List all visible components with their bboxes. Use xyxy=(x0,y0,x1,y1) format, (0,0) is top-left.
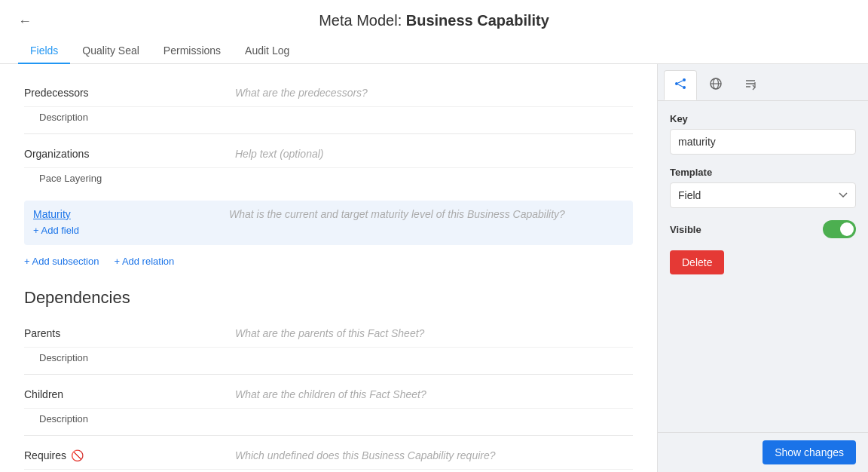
organizations-label: Organizations xyxy=(24,148,235,160)
organizations-section: Organizations Help text (optional) Pace … xyxy=(24,140,633,188)
svg-point-1 xyxy=(683,78,686,81)
delete-button[interactable]: Delete xyxy=(670,250,724,274)
tab-quality-seal[interactable]: Quality Seal xyxy=(70,38,151,64)
svg-point-2 xyxy=(683,86,686,89)
main-tabs: Fields Quality Seal Permissions Audit Lo… xyxy=(18,38,850,63)
template-label: Template xyxy=(670,167,856,178)
svg-line-4 xyxy=(678,84,683,87)
parents-sub: Description xyxy=(24,348,633,368)
requires-help: Which undefined does this Business Capab… xyxy=(235,449,496,461)
predecessors-section: Predecessors What are the predecessors? … xyxy=(24,79,633,127)
sidebar-tab-globe[interactable] xyxy=(700,70,732,100)
globe-icon xyxy=(709,77,723,90)
show-changes-bar: Show changes xyxy=(658,432,868,472)
organizations-sub: Pace Layering xyxy=(24,168,633,188)
hide-icon: 🚫 xyxy=(71,449,84,461)
sidebar-tab-sort[interactable] xyxy=(735,70,766,100)
maturity-label[interactable]: Maturity xyxy=(33,208,229,220)
visible-row: Visible xyxy=(670,220,856,238)
add-field-button[interactable]: + Add field xyxy=(33,220,79,238)
sidebar-content: Key Template Field Text Number Date Bool… xyxy=(658,101,868,432)
children-section: Children What are the children of this F… xyxy=(24,381,633,429)
key-input[interactable] xyxy=(670,129,856,155)
main-content: Predecessors What are the predecessors? … xyxy=(0,64,657,472)
children-sub: Description xyxy=(24,409,633,429)
tab-permissions[interactable]: Permissions xyxy=(151,38,233,64)
requires-section: Requires 🚫 Which undefined does this Bus… xyxy=(24,442,633,472)
tab-audit-log[interactable]: Audit Log xyxy=(233,38,301,64)
maturity-section: Maturity What is the current and target … xyxy=(24,201,633,245)
share-icon xyxy=(674,77,687,90)
visible-label: Visible xyxy=(670,224,701,235)
sort-icon xyxy=(744,77,757,90)
dependencies-title: Dependencies xyxy=(24,288,633,308)
template-field: Template Field Text Number Date Boolean xyxy=(670,167,856,208)
children-label: Children xyxy=(24,388,235,400)
sidebar-tab-share[interactable] xyxy=(664,70,697,100)
maturity-help: What is the current and target maturity … xyxy=(229,208,565,220)
show-changes-button[interactable]: Show changes xyxy=(763,440,856,464)
predecessors-label: Predecessors xyxy=(24,87,235,99)
children-help: What are the children of this Fact Sheet… xyxy=(235,388,426,400)
svg-line-3 xyxy=(678,81,683,83)
parents-help: What are the parents of this Fact Sheet? xyxy=(235,327,424,339)
predecessors-help: What are the predecessors? xyxy=(235,87,368,99)
visible-toggle[interactable] xyxy=(823,220,856,238)
requires-label: Requires 🚫 xyxy=(24,449,235,461)
template-select[interactable]: Field Text Number Date Boolean xyxy=(670,182,856,208)
action-row: + Add subsection + Add relation xyxy=(24,248,633,282)
add-subsection-button[interactable]: + Add subsection xyxy=(24,256,99,267)
predecessors-sub: Description xyxy=(24,107,633,127)
svg-point-0 xyxy=(675,82,678,85)
back-button[interactable]: ← xyxy=(18,14,32,29)
parents-section: Parents What are the parents of this Fac… xyxy=(24,320,633,368)
tab-fields[interactable]: Fields xyxy=(18,38,70,64)
parents-label: Parents xyxy=(24,327,235,339)
key-field: Key xyxy=(670,113,856,155)
organizations-help: Help text (optional) xyxy=(235,148,324,160)
add-relation-button[interactable]: + Add relation xyxy=(114,256,174,267)
sidebar: Key Template Field Text Number Date Bool… xyxy=(657,64,868,472)
dependencies-section: Dependencies Parents What are the parent… xyxy=(24,288,633,472)
sidebar-tabs xyxy=(658,64,868,101)
key-label: Key xyxy=(670,113,856,124)
page-title: Meta Model: Business Capability xyxy=(18,12,850,29)
